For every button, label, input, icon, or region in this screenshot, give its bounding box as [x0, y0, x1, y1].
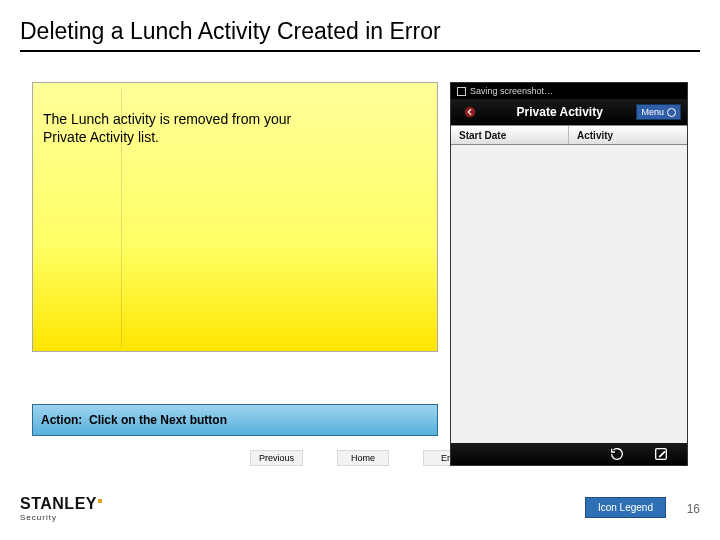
compose-icon[interactable] [653, 446, 669, 462]
phone-statusbar: Saving screenshot… [451, 83, 687, 99]
phone-empty-list [451, 145, 687, 445]
action-line: Action: Click on the Next button [41, 413, 227, 427]
phone-bottombar [451, 443, 687, 465]
menu-icon [667, 108, 676, 117]
brand-dot-icon [98, 499, 102, 503]
back-icon[interactable] [457, 103, 483, 121]
page-number: 16 [687, 502, 700, 516]
title-underline [20, 50, 700, 52]
icon-legend-button[interactable]: Icon Legend [585, 497, 666, 518]
action-text: Click on the Next button [89, 413, 227, 427]
brand-name: STANLEY [20, 495, 102, 513]
brand-name-text: STANLEY [20, 495, 97, 512]
brand-subtitle: Security [20, 513, 102, 522]
phone-table-header: Start Date Activity [451, 125, 687, 145]
home-button[interactable]: Home [337, 450, 389, 466]
phone-appbar: Private Activity Menu [451, 99, 687, 125]
previous-button[interactable]: Previous [250, 450, 303, 466]
phone-menu-button[interactable]: Menu [636, 104, 681, 120]
brand-logo: STANLEY Security [20, 495, 102, 522]
column-start-date: Start Date [451, 126, 569, 144]
info-panel: The Lunch activity is removed from your … [32, 82, 438, 352]
phone-app-title: Private Activity [517, 105, 603, 119]
checkbox-icon [457, 87, 466, 96]
action-bar: Action: Click on the Next button [32, 404, 438, 436]
phone-saving-text: Saving screenshot… [470, 86, 553, 96]
phone-mock: Saving screenshot… Private Activity Menu… [450, 82, 688, 466]
action-label: Action: [41, 413, 82, 427]
slide-title: Deleting a Lunch Activity Created in Err… [20, 18, 441, 45]
svg-point-0 [465, 107, 476, 118]
column-activity: Activity [569, 126, 687, 144]
info-line-2: Private Activity list. [43, 129, 159, 145]
phone-menu-label: Menu [641, 107, 664, 117]
info-text: The Lunch activity is removed from your … [43, 111, 291, 146]
refresh-icon[interactable] [609, 446, 625, 462]
info-line-1: The Lunch activity is removed from your [43, 111, 291, 127]
